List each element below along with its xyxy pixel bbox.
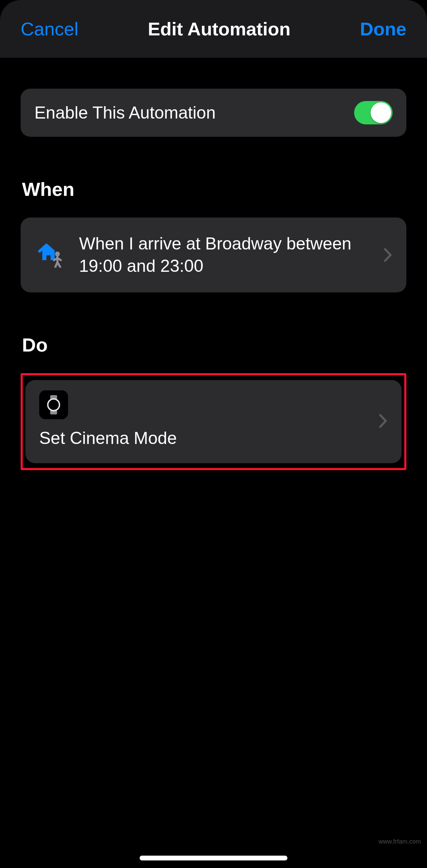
enable-group: Enable This Automation bbox=[21, 89, 406, 137]
do-header: Do bbox=[22, 334, 406, 356]
when-row[interactable]: When I arrive at Broadway between 19:00 … bbox=[21, 218, 406, 292]
arrive-home-icon bbox=[34, 242, 69, 268]
do-highlight: Set Cinema Mode bbox=[21, 373, 406, 470]
chevron-right-icon bbox=[384, 248, 393, 262]
enable-label: Enable This Automation bbox=[34, 102, 354, 124]
when-text: When I arrive at Broadway between 19:00 … bbox=[79, 233, 377, 277]
toggle-knob bbox=[371, 102, 391, 123]
do-title: Set Cinema Mode bbox=[39, 428, 388, 448]
when-header: When bbox=[22, 178, 406, 200]
chevron-right-icon bbox=[379, 414, 388, 430]
page-title: Edit Automation bbox=[148, 18, 291, 40]
cancel-button[interactable]: Cancel bbox=[21, 18, 78, 40]
home-indicator[interactable] bbox=[140, 856, 287, 860]
screen: Cancel Edit Automation Done Enable This … bbox=[0, 0, 427, 868]
enable-toggle[interactable] bbox=[354, 101, 393, 124]
navbar: Cancel Edit Automation Done bbox=[0, 0, 427, 58]
watermark: www.frfam.com bbox=[379, 838, 421, 845]
done-button[interactable]: Done bbox=[360, 18, 406, 40]
svg-point-0 bbox=[55, 252, 60, 256]
content: Enable This Automation When When I arriv… bbox=[0, 89, 427, 470]
do-row[interactable]: Set Cinema Mode bbox=[25, 380, 402, 463]
svg-point-3 bbox=[48, 399, 59, 411]
enable-cell[interactable]: Enable This Automation bbox=[21, 89, 406, 137]
watch-icon bbox=[39, 390, 68, 419]
